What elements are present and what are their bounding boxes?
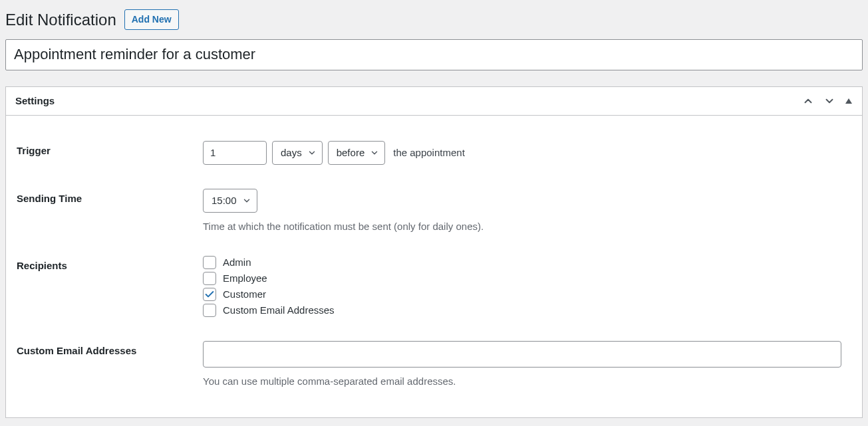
settings-panel: Settings Trigger days <box>5 86 863 418</box>
sending-time-label: Sending Time <box>17 189 203 204</box>
checkbox[interactable] <box>203 304 216 317</box>
row-sending-time: Sending Time 15:00 Time at which the not… <box>17 177 851 244</box>
trigger-suffix-text: the appointment <box>393 147 465 158</box>
panel-header-title: Settings <box>15 95 55 106</box>
chevron-down-icon <box>307 148 317 158</box>
move-down-button[interactable] <box>823 95 835 107</box>
recipient-option-custom[interactable]: Custom Email Addresses <box>203 304 851 317</box>
chevron-up-icon <box>802 95 814 107</box>
sending-time-value: 15:00 <box>212 195 237 206</box>
add-new-button[interactable]: Add New <box>124 9 179 30</box>
trigger-relation-select[interactable]: before <box>328 141 386 165</box>
recipients-list: Admin Employee Customer <box>203 256 851 317</box>
chevron-down-icon <box>242 196 251 205</box>
recipient-option-label: Admin <box>223 257 251 268</box>
checkbox[interactable] <box>203 288 216 301</box>
recipient-option-label: Customer <box>223 288 266 300</box>
row-trigger: Trigger days before the appointment <box>17 129 851 177</box>
row-recipients: Recipients Admin Employee <box>17 244 851 329</box>
custom-email-label: Custom Email Addresses <box>17 341 203 356</box>
checkbox[interactable] <box>203 272 216 285</box>
chevron-down-icon <box>370 148 379 158</box>
custom-email-help: You can use multiple comma-separated ema… <box>203 375 851 387</box>
recipient-option-admin[interactable]: Admin <box>203 256 851 269</box>
collapse-toggle-button[interactable] <box>845 97 853 105</box>
panel-header: Settings <box>6 87 862 116</box>
triangle-up-icon <box>845 97 853 105</box>
sending-time-select[interactable]: 15:00 <box>203 189 257 213</box>
trigger-unit-select[interactable]: days <box>272 141 323 165</box>
trigger-number-input[interactable] <box>203 141 267 165</box>
custom-email-input[interactable] <box>203 341 841 368</box>
sending-time-help: Time at which the notification must be s… <box>203 221 851 232</box>
notification-title-input[interactable] <box>5 39 863 70</box>
recipient-option-employee[interactable]: Employee <box>203 272 851 285</box>
recipients-label: Recipients <box>17 256 203 271</box>
move-up-button[interactable] <box>802 95 814 107</box>
page-title: Edit Notification <box>5 11 116 29</box>
svg-marker-0 <box>845 98 852 104</box>
trigger-unit-value: days <box>281 147 302 158</box>
chevron-down-icon <box>823 95 835 107</box>
trigger-relation-value: before <box>337 147 365 158</box>
recipient-option-label: Employee <box>223 272 267 284</box>
checkbox[interactable] <box>203 256 216 269</box>
row-custom-email: Custom Email Addresses You can use multi… <box>17 329 851 399</box>
recipient-option-label: Custom Email Addresses <box>223 304 335 316</box>
recipient-option-customer[interactable]: Customer <box>203 288 851 301</box>
trigger-label: Trigger <box>17 141 203 156</box>
